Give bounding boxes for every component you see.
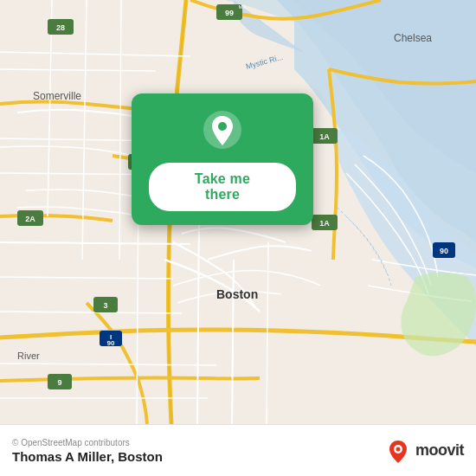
svg-text:River: River [17, 351, 40, 361]
location-pin-icon [202, 109, 243, 151]
svg-text:MA: MA [239, 4, 247, 10]
svg-text:99: 99 [225, 9, 234, 17]
bottom-left-info: © OpenStreetMap contributors Thomas A Mi… [12, 438, 163, 464]
location-name: Thomas A Miller, Boston [12, 449, 163, 464]
svg-text:90: 90 [107, 339, 115, 347]
svg-text:Chelsea: Chelsea [394, 32, 432, 44]
svg-text:Somerville: Somerville [33, 90, 81, 102]
svg-text:1A: 1A [319, 132, 330, 141]
svg-text:3: 3 [103, 301, 107, 310]
copyright-text: © OpenStreetMap contributors [12, 438, 163, 447]
svg-text:1A: 1A [319, 219, 330, 228]
svg-text:9: 9 [57, 378, 61, 387]
moovit-icon [384, 437, 412, 465]
svg-point-48 [218, 122, 227, 131]
take-me-there-button[interactable]: Take me there [149, 163, 296, 211]
popup-card[interactable]: Take me there [132, 93, 313, 225]
svg-text:90: 90 [440, 247, 448, 255]
svg-point-50 [396, 447, 400, 451]
moovit-logo: moovit [384, 437, 464, 465]
moovit-brand-text: moovit [415, 441, 464, 460]
svg-text:2A: 2A [25, 215, 35, 223]
svg-text:28: 28 [56, 23, 65, 32]
bottom-bar: © OpenStreetMap contributors Thomas A Mi… [0, 424, 476, 476]
svg-text:Boston: Boston [216, 287, 258, 301]
